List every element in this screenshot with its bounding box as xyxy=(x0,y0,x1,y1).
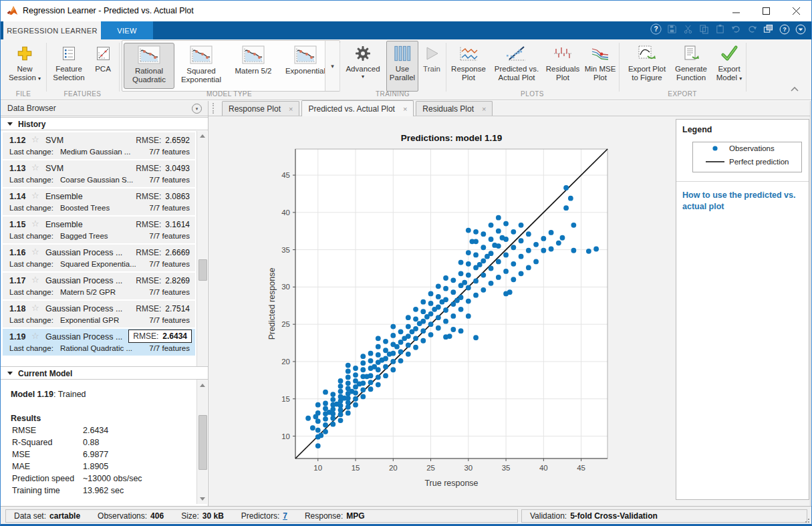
help-ribbon-icon[interactable]: ? xyxy=(650,23,662,35)
history-section-header[interactable]: History xyxy=(1,117,208,130)
scrollbar-thumb[interactable] xyxy=(198,415,207,470)
copy-icon[interactable] xyxy=(698,23,710,35)
predictors-link[interactable]: 7 xyxy=(283,511,287,521)
residuals-plot-button[interactable]: Residuals Plot xyxy=(543,41,582,92)
result-row: Training time13.962 sec xyxy=(11,486,184,498)
tab-label: Predicted vs. Actual Plot xyxy=(308,104,394,114)
favorite-star-icon[interactable]: ☆ xyxy=(31,303,39,313)
svg-text:20: 20 xyxy=(281,358,290,366)
export-model-button[interactable]: Export Model ▾ xyxy=(711,41,747,92)
pca-button[interactable]: PCA xyxy=(89,41,117,92)
regression-learner-window: Regression Learner - Predicted vs. Actua… xyxy=(0,0,812,526)
history-item-1.12[interactable]: 1.12☆SVMRMSE:2.6592Last change:Medium Ga… xyxy=(3,132,195,159)
history-item-1.19[interactable]: 1.19☆Gaussian Process ...RMSE:2.6434Last… xyxy=(3,329,195,356)
help-icon[interactable]: ? xyxy=(779,23,790,35)
current-model-scrollbar[interactable] xyxy=(196,380,207,504)
redo-icon[interactable] xyxy=(747,23,758,35)
tab-close-icon[interactable]: × xyxy=(403,105,407,113)
history-item-1.14[interactable]: 1.14☆EnsembleRMSE:3.0863Last change:Boos… xyxy=(3,188,195,215)
svg-text:True response: True response xyxy=(424,479,478,488)
save-icon[interactable] xyxy=(666,23,678,35)
doc-tab-residuals-plot[interactable]: Residuals Plot× xyxy=(416,101,493,116)
favorite-star-icon[interactable]: ☆ xyxy=(31,162,39,172)
last-change-value: Boosted Trees xyxy=(60,204,110,212)
model-type-label: Gaussian Process ... xyxy=(45,332,122,342)
export-plot-to-figure-button[interactable]: Export Plot to Figure xyxy=(623,41,671,92)
result-row: R-Squared0.88 xyxy=(11,438,184,450)
gallery-expand-icon[interactable]: ▾ xyxy=(325,41,340,91)
features-count: 7/7 features xyxy=(149,316,190,324)
resize-grip[interactable] xyxy=(805,518,810,523)
current-model-panel: Model 1.19: Trained Results RMSE2.6434R-… xyxy=(1,380,196,504)
use-parallel-button[interactable]: Use Parallel xyxy=(386,41,418,92)
predicted-vs-actual-plot-button[interactable]: Predicted vs. Actual Plot xyxy=(489,41,544,92)
advanced-gear-icon xyxy=(355,43,371,64)
undo-icon[interactable] xyxy=(730,23,742,35)
features-count: 7/7 features xyxy=(149,288,190,296)
toolbar-options-icon[interactable] xyxy=(795,23,806,35)
min-mse-plot-button[interactable]: Min MSE Plot xyxy=(581,41,619,92)
favorite-star-icon[interactable]: ☆ xyxy=(31,275,39,285)
maximize-button[interactable] xyxy=(751,1,781,21)
panel-drag-grip[interactable] xyxy=(213,103,216,114)
dropdown-caret-icon: ▾ xyxy=(38,76,41,82)
model-type-matern-5-2[interactable]: Matern 5/2 xyxy=(228,43,279,89)
favorite-star-icon[interactable]: ☆ xyxy=(31,331,39,341)
history-item-1.18[interactable]: 1.18☆Gaussian Process ...RMSE:2.7514Last… xyxy=(3,301,195,327)
svg-text:Predicted response: Predicted response xyxy=(267,268,277,340)
train-play-icon xyxy=(424,43,440,64)
history-item-1.13[interactable]: 1.13☆SVMRMSE:3.0493Last change:Coarse Ga… xyxy=(3,160,195,187)
favorite-star-icon[interactable]: ☆ xyxy=(31,190,39,201)
history-item-1.16[interactable]: 1.16☆Gaussian Process ...RMSE:2.6669Last… xyxy=(3,245,195,271)
scroll-down-icon[interactable] xyxy=(200,497,205,501)
gpr-model-thumbnail-icon xyxy=(242,45,265,66)
tab-regression-learner[interactable]: REGRESSION LEARNER xyxy=(3,21,101,39)
favorite-star-icon[interactable]: ☆ xyxy=(31,219,39,229)
history-item-1.15[interactable]: 1.15☆EnsembleRMSE:3.1614Last change:Bagg… xyxy=(3,217,195,243)
new-session-button[interactable]: New Session ▾ xyxy=(5,41,45,92)
rmse-value: RMSE:3.0863 xyxy=(136,192,190,201)
model-type-rational-quadratic[interactable]: Rational Quadratic xyxy=(124,43,174,89)
doc-tab-response-plot[interactable]: Response Plot× xyxy=(222,101,299,116)
response-plot-button[interactable]: Response Plot xyxy=(448,41,489,92)
help-link[interactable]: How to use the predicted vs. actual plot xyxy=(682,190,797,213)
last-change-label: Last change: xyxy=(9,232,53,240)
favorite-star-icon[interactable]: ☆ xyxy=(31,247,39,257)
svg-text:Predictions: model 1.19: Predictions: model 1.19 xyxy=(401,133,503,143)
generate-function-button[interactable]: Generate Function xyxy=(671,41,711,92)
advanced-button[interactable]: Advanced ▾ xyxy=(343,41,383,92)
minimize-button[interactable] xyxy=(721,1,751,21)
feature-selection-button[interactable]: Feature Selection xyxy=(49,41,89,92)
prediction-scatter-plot[interactable]: 10152025303540451015202530354045Predicti… xyxy=(209,116,676,506)
results-heading: Results xyxy=(11,414,41,423)
response-plot-icon xyxy=(458,43,479,64)
cut-icon[interactable] xyxy=(682,23,694,35)
layout-icon[interactable] xyxy=(763,23,774,35)
svg-text:15: 15 xyxy=(281,395,290,403)
scrollbar-thumb[interactable] xyxy=(198,259,207,281)
rmse-value: RMSE:2.6434 xyxy=(128,330,192,343)
scroll-up-icon[interactable] xyxy=(200,134,205,138)
paste-icon[interactable] xyxy=(714,23,726,35)
legend-entry: Observations xyxy=(693,142,801,156)
model-type-exponential[interactable]: Exponential xyxy=(280,43,331,89)
train-button[interactable]: Train xyxy=(418,41,446,92)
svg-text:30: 30 xyxy=(281,283,290,291)
panel-menu-icon[interactable]: ▾ xyxy=(192,104,202,114)
model-type-squared-exponential[interactable]: Squared Exponential xyxy=(176,43,227,89)
tab-close-icon[interactable]: × xyxy=(482,105,486,113)
doc-tab-predicted-vs-actual-plot[interactable]: Predicted vs. Actual Plot× xyxy=(301,100,414,116)
ribbon-collapse-icon[interactable] xyxy=(790,85,799,94)
last-change-label: Last change: xyxy=(9,176,53,184)
document-area: Response Plot×Predicted vs. Actual Plot×… xyxy=(209,101,811,506)
current-model-section-header[interactable]: Current Model xyxy=(1,366,208,380)
tab-view[interactable]: VIEW xyxy=(101,21,153,39)
scroll-up-icon[interactable] xyxy=(200,384,205,387)
features-count: 7/7 features xyxy=(149,148,190,156)
history-item-1.17[interactable]: 1.17☆Gaussian Process ...RMSE:2.8269Last… xyxy=(3,273,195,299)
tab-close-icon[interactable]: × xyxy=(289,105,293,113)
close-button[interactable] xyxy=(781,1,811,21)
favorite-star-icon[interactable]: ☆ xyxy=(31,134,39,144)
tab-label: Residuals Plot xyxy=(422,104,474,114)
last-change-value: Matern 5/2 GPR xyxy=(60,288,116,296)
